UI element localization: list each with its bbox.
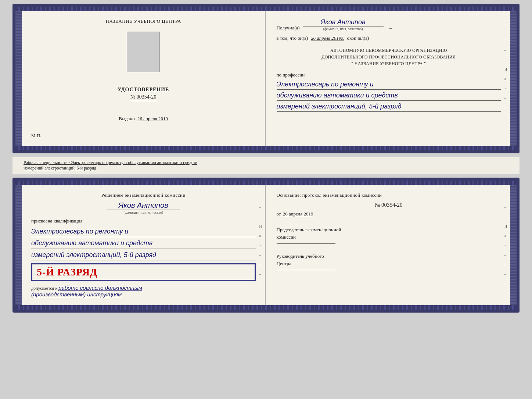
protocol-num: № 00354-20: [277, 202, 501, 208]
info-bar: Рабочая специальность - Электрослесарь п…: [12, 157, 520, 174]
vydano-date: 26 апреля 2019: [137, 116, 168, 121]
kval-line1: Электрослесарь по ремонту и: [31, 226, 256, 237]
org-line1: АВТОНОМНУЮ НЕКОММЕРЧЕСКУЮ ОРГАНИЗАЦИЮ: [277, 47, 501, 54]
fio-subtitle-1: (фамилия, имя, отчество): [303, 26, 384, 31]
komissia-fio: Яков Антипов: [31, 201, 256, 210]
osnovanie-title: Основание: протокол экзаменационной коми…: [277, 192, 501, 198]
profession-line2: обслуживанию автоматики и средств: [277, 90, 501, 101]
document-2: Решением экзаменационной комиссии Яков А…: [12, 178, 520, 313]
kval-line3: измерений электростанций, 5-й разряд: [31, 250, 256, 261]
org-line3: " НАЗВАНИЕ УЧЕБНОГО ЦЕНТРА ": [277, 60, 501, 67]
udostoverenie-number: № 00354-20: [130, 94, 157, 101]
profession-line3: измерений электростанций, 5-й разряд: [277, 101, 501, 112]
rukovoditel-block: Руководитель учебного Центра: [277, 253, 501, 272]
predsedatel-label: Председатель экзаменационной: [277, 226, 501, 234]
info-text-2: измерений электростанций, 5-й разряд: [24, 165, 508, 171]
page-left-2: Решением экзаменационной комиссии Яков А…: [22, 185, 266, 305]
resheniem-title: Решением экзаменационной комиссии: [31, 192, 256, 198]
dopuskaetsya-val2: (производственным) инструкциям: [31, 291, 122, 298]
page-left-1: НАЗВАНИЕ УЧЕБНОГО ЦЕНТРА УДОСТОВЕРЕНИЕ №…: [22, 11, 266, 146]
centra-label: Центра: [277, 260, 501, 267]
dash-1: –: [389, 25, 392, 31]
left-spine-2: [15, 185, 22, 305]
profession-line1: Электрослесарь по ремонту и: [277, 79, 501, 90]
vtom-date: 26 апреля 2019г.: [311, 35, 344, 41]
side-marks-2: – – И а ← – – – –: [259, 205, 263, 285]
razryad-box: 5-й разряд: [31, 263, 256, 281]
center-title: НАЗВАНИЕ УЧЕБНОГО ЦЕНТРА: [106, 18, 181, 24]
document-1: НАЗВАНИЕ УЧЕБНОГО ЦЕНТРА УДОСТОВЕРЕНИЕ №…: [12, 4, 520, 153]
vydano-line: Выдано 26 апреля 2019: [119, 116, 168, 122]
predsedatel-sig-line: [277, 243, 335, 244]
top-strip-2: [15, 181, 517, 185]
dopuskaetsya-block: допускается к работе согласно должностны…: [31, 285, 256, 298]
komissia-label: комиссии: [277, 234, 501, 241]
vydano-label: Выдано: [119, 116, 135, 121]
rukovoditel-label: Руководитель учебного: [277, 253, 501, 260]
right-spine: [510, 11, 517, 146]
bottom-strip-2: [15, 305, 517, 310]
side-marks: – – И а ← – –: [504, 48, 508, 109]
dopuskaetsya-val: работе согласно должностным: [58, 285, 142, 291]
udostoverenie-block: УДОСТОВЕРЕНИЕ № 00354-20: [118, 87, 169, 101]
predsedatel-block: Председатель экзаменационной комиссии: [277, 226, 501, 245]
photo-placeholder: [127, 32, 160, 72]
prisvoena-label: присвоена квалификация: [31, 218, 256, 224]
okonchil-label: окончил(а): [347, 35, 369, 41]
fio-underline-2: (фамилия, имя, отчество): [107, 210, 180, 214]
right-spine-2: [510, 185, 517, 305]
side-marks-3: – – И а ← – – – –: [504, 205, 508, 285]
kval-line2: обслуживанию автоматики и средств: [31, 238, 256, 249]
top-strip: [15, 7, 517, 11]
left-spine: [15, 11, 22, 146]
dopuskaetsya-label: допускается к: [31, 286, 57, 291]
po-professii: по профессии: [277, 72, 501, 78]
udostoverenie-title: УДОСТОВЕРЕНИЕ: [118, 87, 169, 93]
rukov-sig-line: [277, 270, 335, 270]
org-line2: ДОПОЛНИТЕЛЬНОГО ПРОФЕССИОНАЛЬНОГО ОБРАЗО…: [277, 54, 501, 60]
poluchil-fio: Яков Антипов: [321, 18, 366, 26]
org-block: АВТОНОМНУЮ НЕКОММЕРЧЕСКУЮ ОРГАНИЗАЦИЮ ДО…: [277, 47, 501, 67]
protocol-date: от 26 апреля 2019: [277, 211, 501, 217]
vtom-label: в том, что он(а): [277, 35, 308, 41]
page-right-1: Получил(а) Яков Антипов (фамилия, имя, о…: [266, 11, 510, 146]
page-right-2: Основание: протокол экзаменационной коми…: [266, 185, 510, 305]
info-text-1: Рабочая специальность - Электрослесарь п…: [24, 160, 508, 165]
ot-date: 26 апреля 2019: [283, 211, 313, 217]
poluchil-label: Получил(а): [277, 25, 300, 31]
mp-line: М.П.: [31, 133, 41, 139]
bottom-strip: [15, 146, 517, 150]
ot-label: от: [277, 211, 281, 217]
